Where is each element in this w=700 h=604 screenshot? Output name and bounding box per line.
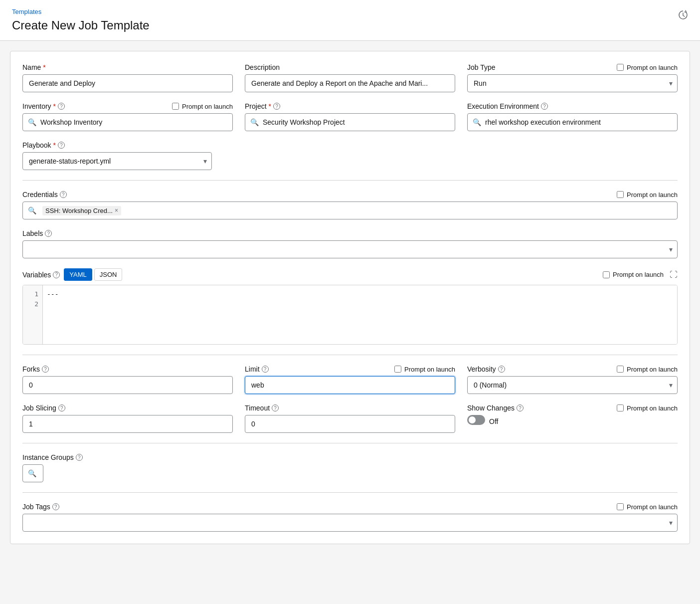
credentials-search-icon: 🔍: [23, 206, 40, 214]
variables-prompt-on-launch[interactable]: Prompt on launch: [603, 271, 664, 278]
job-tags-prompt-on-launch[interactable]: Prompt on launch: [617, 503, 678, 511]
credentials-input[interactable]: [121, 202, 677, 219]
limit-input[interactable]: [245, 376, 455, 394]
playbook-label: Playbook * ?: [22, 141, 212, 149]
job-tags-label: Job Tags ?: [22, 503, 59, 511]
breadcrumb[interactable]: Templates: [12, 8, 688, 15]
project-input[interactable]: [263, 114, 455, 131]
show-changes-toggle-wrapper: Off: [467, 415, 678, 428]
instance-groups-label: Instance Groups ?: [22, 453, 678, 461]
project-search-wrapper[interactable]: 🔍: [245, 113, 455, 131]
project-search-icon: 🔍: [245, 118, 263, 126]
credential-remove-btn[interactable]: ×: [115, 207, 118, 213]
playbook-help-icon[interactable]: ?: [58, 142, 65, 149]
timeout-help-icon[interactable]: ?: [272, 404, 279, 411]
show-changes-prompt-on-launch[interactable]: Prompt on launch: [617, 404, 678, 412]
verbosity-select[interactable]: 0 (Normal) 1 (Verbose) 2 (More Verbose) …: [467, 376, 678, 394]
show-changes-prompt-checkbox[interactable]: [617, 404, 624, 411]
timeout-label: Timeout ?: [245, 404, 455, 412]
name-required: *: [43, 63, 45, 71]
exec-env-search-wrapper[interactable]: 🔍: [467, 113, 678, 131]
job-tags-select[interactable]: [22, 514, 678, 532]
json-tab-button[interactable]: JSON: [94, 268, 123, 281]
exec-env-search-icon: 🔍: [468, 118, 485, 126]
execution-env-label: Execution Environment ?: [467, 102, 678, 110]
credential-tag: SSH: Workshop Cred... ×: [42, 206, 121, 215]
job-slicing-help-icon[interactable]: ?: [58, 404, 65, 411]
inventory-search-wrapper[interactable]: 🔍: [22, 113, 233, 131]
description-label: Description: [245, 63, 455, 71]
job-slicing-label: Job Slicing ?: [22, 404, 233, 412]
forks-input[interactable]: [22, 376, 233, 394]
verbosity-help-icon[interactable]: ?: [498, 366, 505, 373]
yaml-tab-button[interactable]: YAML: [64, 268, 92, 281]
project-label: Project * ?: [245, 102, 455, 110]
labels-help-icon[interactable]: ?: [45, 230, 52, 237]
verbosity-label: Verbosity ?: [467, 365, 505, 373]
verbosity-prompt-checkbox[interactable]: [617, 366, 624, 373]
variables-prompt-checkbox[interactable]: [603, 271, 610, 278]
history-button[interactable]: [678, 10, 688, 22]
show-changes-help-icon[interactable]: ?: [517, 404, 524, 411]
inventory-help-icon[interactable]: ?: [58, 103, 65, 110]
show-changes-label: Show Changes ?: [467, 404, 524, 412]
job-type-select[interactable]: Run Check: [467, 74, 678, 92]
job-type-prompt-on-launch[interactable]: Prompt on launch: [617, 64, 678, 71]
inventory-input[interactable]: [40, 114, 232, 131]
credentials-search-wrapper[interactable]: 🔍 SSH: Workshop Cred... ×: [22, 201, 678, 219]
show-changes-toggle[interactable]: [467, 415, 485, 425]
name-input[interactable]: [22, 74, 233, 92]
inventory-search-icon: 🔍: [23, 118, 40, 126]
instance-groups-search[interactable]: 🔍: [22, 464, 43, 482]
verbosity-prompt-on-launch[interactable]: Prompt on launch: [617, 366, 678, 373]
inventory-label: Inventory * ?: [22, 102, 65, 110]
variables-help-icon[interactable]: ?: [53, 271, 60, 278]
job-tags-prompt-checkbox[interactable]: [617, 503, 624, 510]
credentials-prompt-checkbox[interactable]: [617, 191, 624, 198]
limit-help-icon[interactable]: ?: [262, 366, 269, 373]
forks-label: Forks ?: [22, 365, 233, 373]
inventory-prompt-on-launch[interactable]: Prompt on launch: [172, 103, 233, 110]
name-label: Name *: [22, 63, 233, 71]
instance-groups-search-icon: 🔍: [23, 469, 40, 477]
project-help-icon[interactable]: ?: [273, 103, 280, 110]
labels-select[interactable]: [22, 240, 678, 258]
limit-prompt-on-launch[interactable]: Prompt on launch: [394, 366, 455, 373]
job-tags-help-icon[interactable]: ?: [52, 503, 59, 510]
variables-label: Variables ?: [22, 271, 60, 279]
forks-help-icon[interactable]: ?: [42, 366, 49, 373]
credentials-help-icon[interactable]: ?: [60, 191, 67, 198]
timeout-input[interactable]: [245, 415, 455, 433]
line-numbers: 1 2: [23, 285, 43, 344]
description-input[interactable]: [245, 74, 455, 92]
toggle-slider: [467, 415, 485, 425]
limit-prompt-checkbox[interactable]: [394, 366, 401, 373]
instance-groups-help-icon[interactable]: ?: [76, 454, 83, 461]
credentials-label: Credentials ?: [22, 191, 67, 199]
credentials-prompt-on-launch[interactable]: Prompt on launch: [617, 191, 678, 199]
labels-label: Labels ?: [22, 229, 678, 237]
job-type-label: Job Type: [467, 63, 496, 71]
variables-editor[interactable]: 1 2 ---: [22, 285, 678, 345]
playbook-select[interactable]: generate-status-report.yml: [22, 152, 212, 170]
job-slicing-input[interactable]: [22, 415, 233, 433]
page-title: Create New Job Template: [12, 18, 688, 32]
exec-env-input[interactable]: [485, 114, 677, 131]
show-changes-toggle-label: Off: [489, 417, 498, 425]
inventory-prompt-checkbox[interactable]: [172, 103, 179, 110]
variables-expand-button[interactable]: ⛶: [670, 270, 678, 279]
code-content[interactable]: ---: [43, 285, 677, 344]
execution-env-help-icon[interactable]: ?: [541, 103, 548, 110]
limit-label: Limit ?: [245, 365, 269, 373]
job-type-prompt-checkbox[interactable]: [617, 64, 624, 71]
